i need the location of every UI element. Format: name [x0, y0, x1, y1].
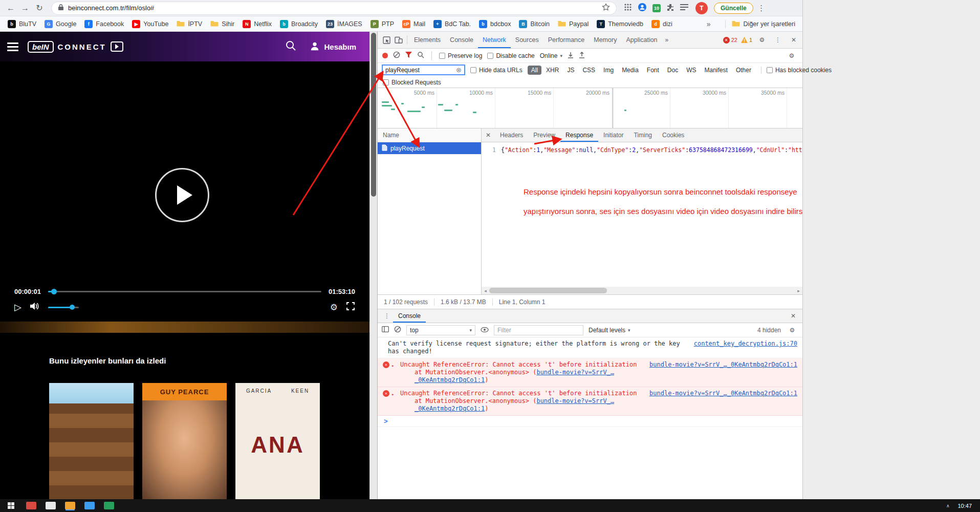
taskbar-app-icon[interactable] [46, 502, 56, 509]
message-source-link[interactable]: bundle-movie?v=SrrV_…_0KeAntmbq2rDqCo1:1 [641, 361, 797, 369]
clear-filter-icon[interactable]: ⊗ [456, 67, 462, 73]
device-toolbar-icon[interactable] [393, 34, 405, 46]
account-extension-icon[interactable] [638, 3, 647, 14]
bookmark-item[interactable]: ▶YouTube [128, 18, 172, 30]
stack-frame-link[interactable]: bundle-movie?v=SrrV_…_0KeAntmbq2rDqCo1:1 [415, 397, 614, 412]
taskbar-app-icon[interactable] [104, 502, 114, 509]
bookmark-item[interactable]: GGoogle [41, 18, 80, 30]
page-scrollbar[interactable] [369, 32, 377, 499]
seek-knob[interactable] [51, 289, 57, 294]
message-source-link[interactable]: bundle-movie?v=SrrV_…_0KeAntmbq2rDqCo1:1 [641, 390, 797, 397]
bookmark-item[interactable]: ddizi [648, 18, 676, 30]
more-tabs-chevron[interactable]: » [662, 36, 672, 44]
export-har-icon[interactable] [579, 52, 585, 60]
console-filter-field[interactable] [497, 327, 580, 334]
devtools-tab-application[interactable]: Application [621, 32, 662, 48]
devtools-tab-memory[interactable]: Memory [589, 32, 621, 48]
request-row-playrequest[interactable]: playRequest [378, 142, 481, 154]
devtools-tab-performance[interactable]: Performance [543, 32, 590, 48]
import-har-icon[interactable] [568, 52, 574, 60]
detail-tab-initiator[interactable]: Initiator [598, 129, 628, 142]
bookmark-item[interactable]: Sihir [207, 18, 238, 30]
play-button[interactable] [155, 168, 209, 222]
movie-poster[interactable]: GUY PEARCE [142, 383, 227, 499]
detail-tab-headers[interactable]: Headers [495, 129, 528, 142]
hide-data-urls-checkbox[interactable]: Hide data URLs [470, 67, 522, 74]
console-sidebar-icon[interactable] [382, 326, 389, 334]
devtools-settings-icon[interactable]: ⚙ [756, 34, 768, 46]
console-filter-input[interactable] [494, 325, 583, 335]
horizontal-scrollbar[interactable]: ◂ ▸ [482, 287, 802, 294]
taskbar-app-icon[interactable] [26, 502, 36, 509]
bookmark-item[interactable]: bBluTV [4, 18, 40, 30]
start-button[interactable] [0, 499, 21, 512]
console-clear-icon[interactable] [394, 326, 401, 334]
bookmark-item[interactable]: bBroadcity [276, 18, 321, 30]
preserve-log-checkbox[interactable]: Preserve log [439, 52, 482, 59]
address-bar[interactable]: beinconnect.com.tr/film/oslo# [51, 2, 617, 15]
error-count-badge[interactable]: ✕22 [723, 37, 737, 44]
adblock-badge-icon[interactable]: 10 [652, 4, 661, 12]
fullscreen-icon[interactable] [346, 302, 355, 313]
throttling-dropdown[interactable]: Online▾ [540, 52, 562, 59]
volume-slider[interactable] [48, 307, 79, 308]
blocked-cookies-checkbox[interactable]: Has blocked cookies [761, 67, 832, 74]
account-button[interactable]: Hesabım [310, 41, 356, 53]
detail-tab-timing[interactable]: Timing [628, 129, 657, 142]
search-network-icon[interactable] [417, 51, 424, 60]
console-tab[interactable]: Console [393, 309, 426, 323]
bookmark-item[interactable]: +BdC Tab. [430, 18, 474, 30]
bookmark-item[interactable]: TThemoviedb [593, 18, 647, 30]
console-prompt[interactable]: > [378, 416, 802, 427]
network-filter-field[interactable] [385, 67, 456, 74]
apps-grid-icon[interactable] [624, 3, 632, 13]
devtools-tab-elements[interactable]: Elements [409, 32, 445, 48]
expand-caret-icon[interactable]: ▸ [391, 362, 394, 370]
search-icon[interactable] [285, 40, 296, 53]
reload-button[interactable]: ↻ [33, 2, 46, 15]
network-overview-timeline[interactable]: 5000 ms10000 ms15000 ms20000 ms25000 ms3… [378, 88, 802, 129]
bookmark-item[interactable]: 23İMAGES [322, 18, 366, 30]
filter-chip-manifest[interactable]: Manifest [701, 66, 731, 75]
console-kebab-icon[interactable]: ⋮ [381, 310, 393, 322]
devtools-tab-console[interactable]: Console [445, 32, 478, 48]
update-button[interactable]: Güncelle [714, 3, 753, 14]
back-button[interactable]: ← [4, 2, 17, 15]
scrollbar-thumb[interactable] [489, 288, 607, 293]
bein-connect-logo[interactable]: beIN CONNECT [28, 41, 123, 53]
reading-list-icon[interactable] [680, 4, 688, 13]
filter-chip-js[interactable]: JS [563, 66, 578, 75]
taskbar-app-icon[interactable] [65, 502, 75, 509]
message-source-link[interactable]: content_key_decryption.js:70 [686, 340, 797, 348]
scroll-right-icon[interactable]: ▸ [795, 288, 802, 293]
warning-count-badge[interactable]: 1 [741, 37, 752, 43]
bookmark-star-icon[interactable] [602, 3, 610, 13]
blocked-requests-checkbox[interactable]: Blocked Requests [383, 79, 441, 86]
filter-chip-media[interactable]: Media [618, 66, 642, 75]
volume-knob[interactable] [70, 305, 75, 310]
devtools-tab-sources[interactable]: Sources [511, 32, 543, 48]
expand-caret-icon[interactable]: ▸ [391, 391, 394, 398]
bookmark-item[interactable]: BBitcoin [515, 18, 553, 30]
devtools-close-icon[interactable]: ✕ [788, 34, 800, 46]
bookmark-item[interactable]: İPTV [173, 18, 206, 30]
play-control-icon[interactable]: ▷ [14, 303, 21, 312]
puzzle-extensions-icon[interactable] [666, 3, 674, 13]
bookmark-item[interactable]: PPTP [367, 18, 398, 30]
other-bookmarks-button[interactable]: Diğer yer işaretleri [725, 20, 798, 28]
menu-icon[interactable] [7, 40, 18, 53]
devtools-kebab-icon[interactable]: ⋮ [772, 34, 784, 46]
tray-chevron-icon[interactable]: ∧ [946, 503, 950, 508]
bookmark-item[interactable]: fFacebook [81, 18, 127, 30]
devtools-tab-network[interactable]: Network [478, 32, 511, 48]
detail-tab-preview[interactable]: Preview [528, 129, 560, 142]
volume-icon[interactable] [30, 302, 40, 312]
close-detail-icon[interactable]: ✕ [482, 132, 495, 139]
detail-tab-cookies[interactable]: Cookies [657, 129, 689, 142]
filter-chip-doc[interactable]: Doc [664, 66, 682, 75]
name-column-header[interactable]: Name [378, 129, 481, 142]
filter-chip-css[interactable]: CSS [579, 66, 599, 75]
stack-frame-link[interactable]: bundle-movie?v=SrrV_…_0KeAntmbq2rDqCo1:1 [415, 369, 614, 383]
taskbar-app-icon[interactable] [84, 502, 95, 509]
network-settings-icon[interactable]: ⚙ [786, 50, 798, 62]
